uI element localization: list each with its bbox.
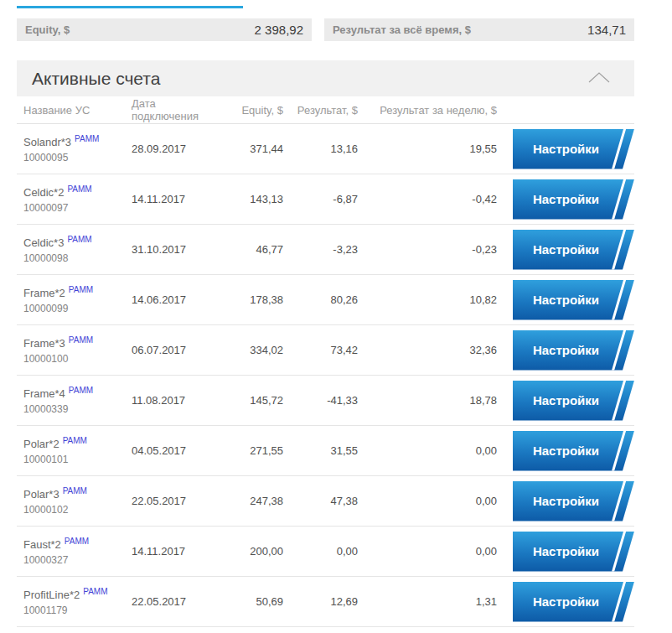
pamm-link[interactable]: PAMM xyxy=(69,386,93,395)
result-value: 13,16 xyxy=(283,143,358,155)
week-result-value: -0,42 xyxy=(358,193,497,205)
equity-value: 247,38 xyxy=(215,495,283,507)
settings-button-label: Настройки xyxy=(533,192,599,206)
pamm-link[interactable]: PAMM xyxy=(69,335,93,345)
pamm-link[interactable]: PAMM xyxy=(69,285,93,294)
account-number: 10000095 xyxy=(23,152,132,163)
table-row: Frame*3PAMM 10000100 06.07.2017 334,02 7… xyxy=(17,325,634,376)
collapse-panel-button[interactable] xyxy=(584,69,614,89)
equity-value: 178,38 xyxy=(215,293,283,306)
result-value: -41,33 xyxy=(283,394,358,407)
all-time-result-label: Результат за всё время, $ xyxy=(333,23,471,36)
settings-button-cell: Настройки xyxy=(513,481,634,521)
account-number: 10000099 xyxy=(23,303,132,314)
all-time-result-value: 134,71 xyxy=(587,23,626,37)
settings-button-cell: Настройки xyxy=(513,330,634,371)
table-row: Celdic*2PAMM 10000097 14.11.2017 143,13 … xyxy=(17,174,634,225)
account-name: Frame*4 xyxy=(23,388,65,401)
button-slash-decoration xyxy=(610,374,628,426)
account-name: Faust*2 xyxy=(23,539,61,552)
pamm-link[interactable]: PAMM xyxy=(67,184,91,194)
account-name: Celdic*2 xyxy=(23,187,64,200)
all-time-result-box: Результат за всё время, $ 134,71 xyxy=(324,18,634,41)
equity-value: 145,72 xyxy=(215,394,283,407)
account-name: Frame*2 xyxy=(23,288,65,300)
settings-button[interactable]: Настройки xyxy=(513,532,634,572)
pamm-link[interactable]: PAMM xyxy=(67,235,91,244)
equity-value: 46,77 xyxy=(215,243,283,256)
column-header-equity: Equity, $ xyxy=(215,104,283,117)
result-value: 73,42 xyxy=(283,344,358,356)
button-slash-decoration xyxy=(610,424,628,476)
settings-button-label: Настройки xyxy=(533,343,599,357)
settings-button-label: Настройки xyxy=(533,242,599,257)
settings-button[interactable]: Настройки xyxy=(513,381,634,421)
equity-summary-box: Equity, $ 2 398,92 xyxy=(17,18,312,41)
settings-button-label: Настройки xyxy=(533,142,599,156)
settings-button-label: Настройки xyxy=(533,444,599,458)
column-header-name: Название УС xyxy=(17,104,132,117)
button-slash-decoration xyxy=(610,173,628,225)
settings-button-label: Настройки xyxy=(533,494,599,508)
result-value: -6,87 xyxy=(283,193,358,205)
account-name-cell: Frame*2PAMM 10000099 xyxy=(17,285,132,314)
pamm-link[interactable]: PAMM xyxy=(65,537,89,546)
account-name-cell: Solandr*3PAMM 10000095 xyxy=(17,134,132,163)
settings-button-cell: Настройки xyxy=(513,582,634,622)
account-name-cell: ProfitLine*2PAMM 10001179 xyxy=(17,587,132,615)
week-result-value: -0,23 xyxy=(358,243,497,256)
week-result-value: 1,31 xyxy=(358,595,497,608)
account-name-cell: Faust*2PAMM 10000327 xyxy=(17,537,132,565)
account-name-cell: Celdic*3PAMM 10000098 xyxy=(17,235,132,263)
account-number: 10000339 xyxy=(23,403,132,415)
account-name: Polar*3 xyxy=(23,489,59,501)
equity-summary-value: 2 398,92 xyxy=(255,23,303,37)
column-header-result: Результат, $ xyxy=(283,104,358,117)
connection-date: 31.10.2017 xyxy=(132,243,215,256)
button-slash-decoration xyxy=(610,223,628,275)
settings-button[interactable]: Настройки xyxy=(513,582,634,622)
table-row: Celdic*3PAMM 10000098 31.10.2017 46,77 -… xyxy=(17,225,634,275)
settings-button[interactable]: Настройки xyxy=(513,280,634,320)
week-result-value: 10,82 xyxy=(358,293,497,306)
panel-title: Активные счета xyxy=(32,69,160,89)
account-name: ProfitLine*2 xyxy=(23,589,80,602)
settings-button[interactable]: Настройки xyxy=(513,481,634,521)
settings-button[interactable]: Настройки xyxy=(513,179,634,220)
account-dashboard: Equity, $ 2 398,92 Результат за всё врем… xyxy=(0,0,672,633)
pamm-link[interactable]: PAMM xyxy=(83,587,107,596)
account-number: 10000101 xyxy=(23,454,132,465)
account-name-cell: Polar*2PAMM 10000101 xyxy=(17,436,132,464)
settings-button[interactable]: Настройки xyxy=(513,330,634,371)
table-row: Frame*2PAMM 10000099 14.06.2017 178,38 8… xyxy=(17,275,634,325)
active-tab-underline xyxy=(17,6,243,8)
equity-value: 50,69 xyxy=(215,595,283,608)
table-row: Solandr*3PAMM 10000095 28.09.2017 371,44… xyxy=(17,124,634,174)
settings-button-cell: Настройки xyxy=(513,381,634,421)
connection-date: 06.07.2017 xyxy=(132,344,215,356)
connection-date: 14.06.2017 xyxy=(132,293,215,306)
pamm-link[interactable]: PAMM xyxy=(75,134,99,143)
account-number: 10000102 xyxy=(23,504,132,516)
pamm-link[interactable]: PAMM xyxy=(63,486,87,496)
settings-button-label: Настройки xyxy=(533,293,599,307)
settings-button[interactable]: Настройки xyxy=(513,129,634,169)
panel-header[interactable]: Активные счета xyxy=(17,60,634,96)
settings-button-label: Настройки xyxy=(533,594,599,609)
account-number: 10000327 xyxy=(23,554,132,566)
table-row: Frame*4PAMM 10000339 11.08.2017 145,72 -… xyxy=(17,376,634,426)
button-slash-decoration xyxy=(610,324,628,376)
settings-button-cell: Настройки xyxy=(513,129,634,169)
connection-date: 14.11.2017 xyxy=(132,193,215,205)
result-value: 0,00 xyxy=(283,545,358,558)
connection-date: 14.11.2017 xyxy=(132,545,215,558)
pamm-link[interactable]: PAMM xyxy=(63,436,87,445)
settings-button[interactable]: Настройки xyxy=(513,431,634,471)
settings-button[interactable]: Настройки xyxy=(513,230,634,270)
account-number: 10000098 xyxy=(23,252,132,264)
button-slash-decoration xyxy=(610,475,628,527)
settings-button-cell: Настройки xyxy=(513,431,634,471)
week-result-value: 32,36 xyxy=(358,344,497,356)
column-header-date: Дата подключения xyxy=(132,97,215,122)
week-result-value: 0,00 xyxy=(358,495,497,507)
